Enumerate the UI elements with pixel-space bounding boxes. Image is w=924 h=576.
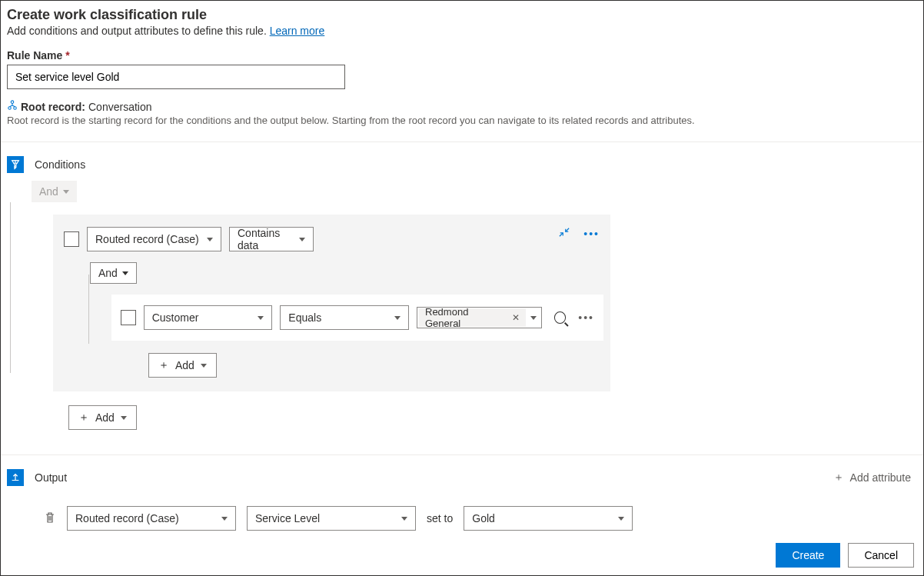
nested-field-select[interactable]: Customer [144, 305, 273, 330]
tree-line [10, 202, 11, 373]
inner-and-operator[interactable]: And [90, 262, 137, 284]
output-attribute-select[interactable]: Service Level [247, 506, 416, 531]
value-tag[interactable]: Redmond General ✕ [419, 308, 526, 327]
search-icon[interactable] [554, 311, 567, 324]
output-attribute-value: Service Level [255, 512, 320, 524]
add-condition-button[interactable]: ＋ Add [68, 405, 137, 430]
add-nested-condition-button[interactable]: ＋ Add [148, 353, 217, 378]
cancel-button[interactable]: Cancel [848, 543, 914, 568]
collapse-icon[interactable] [559, 227, 570, 240]
more-icon[interactable]: ••• [578, 311, 594, 324]
output-icon [7, 469, 24, 486]
root-record-value: Conversation [88, 101, 152, 113]
condition-checkbox[interactable] [121, 310, 136, 325]
hierarchy-icon [7, 100, 18, 113]
condition-field-select[interactable]: Routed record (Case) [87, 227, 221, 251]
create-button[interactable]: Create [776, 543, 840, 568]
required-asterisk: * [65, 49, 69, 62]
plus-icon: ＋ [78, 411, 89, 425]
plus-icon: ＋ [833, 471, 844, 484]
rule-name-label: Rule Name * [7, 49, 917, 62]
condition-checkbox[interactable] [64, 231, 79, 247]
add-outer-label: Add [95, 411, 115, 424]
chevron-down-icon [618, 517, 624, 521]
rule-name-label-text: Rule Name [7, 49, 62, 62]
delete-icon[interactable] [44, 511, 56, 526]
chevron-down-icon [258, 316, 264, 320]
subtitle-text: Add conditions and output attributes to … [7, 25, 270, 37]
chevron-down-icon [201, 364, 207, 368]
top-and-label: And [39, 185, 58, 198]
output-value-select[interactable]: Gold [464, 506, 633, 531]
value-tag-text: Redmond General [425, 306, 506, 329]
root-record-label: Root record: [21, 101, 85, 113]
nested-condition-row: Customer Equals Redmond General ✕ [111, 295, 603, 341]
chevron-down-icon [121, 416, 127, 420]
chevron-down-icon [122, 271, 128, 275]
nested-operator-value: Equals [288, 311, 321, 324]
root-record-hint: Root record is the starting record for t… [7, 115, 917, 126]
chevron-down-icon [63, 190, 69, 194]
plus-icon: ＋ [158, 358, 169, 372]
output-record-value: Routed record (Case) [75, 512, 179, 524]
output-record-select[interactable]: Routed record (Case) [67, 506, 236, 531]
output-value-text: Gold [472, 512, 495, 524]
page-title: Create work classification rule [7, 7, 917, 23]
output-title: Output [35, 471, 67, 484]
nested-field-value: Customer [152, 311, 199, 324]
svg-point-0 [11, 101, 14, 104]
more-icon[interactable]: ••• [583, 228, 600, 240]
remove-tag-icon[interactable]: ✕ [512, 312, 520, 323]
tree-line [88, 275, 89, 344]
add-attribute-label: Add attribute [850, 471, 911, 484]
chevron-down-icon [401, 517, 407, 521]
add-nested-label: Add [175, 359, 194, 371]
top-and-operator[interactable]: And [32, 181, 77, 202]
svg-point-2 [14, 107, 17, 110]
add-attribute-button[interactable]: ＋ Add attribute [833, 471, 911, 484]
chevron-down-icon [394, 316, 401, 320]
inner-and-label: And [98, 267, 118, 279]
svg-point-1 [8, 107, 12, 110]
chevron-down-icon [299, 238, 305, 241]
learn-more-link[interactable]: Learn more [270, 25, 325, 37]
page-subtitle: Add conditions and output attributes to … [7, 25, 917, 37]
chevron-down-icon [221, 517, 228, 521]
rule-name-input[interactable] [7, 65, 345, 89]
chevron-down-icon [207, 238, 213, 241]
set-to-label: set to [427, 512, 453, 524]
condition-operator-value: Contains data [238, 227, 291, 251]
condition-group: Routed record (Case) Contains data ••• [53, 215, 610, 391]
condition-field-value: Routed record (Case) [95, 233, 199, 245]
condition-operator-select[interactable]: Contains data [229, 227, 314, 251]
conditions-icon [7, 156, 24, 173]
conditions-title: Conditions [35, 158, 85, 171]
chevron-down-icon [530, 316, 537, 320]
nested-operator-select[interactable]: Equals [280, 305, 409, 330]
nested-value-lookup[interactable]: Redmond General ✕ [417, 307, 542, 328]
